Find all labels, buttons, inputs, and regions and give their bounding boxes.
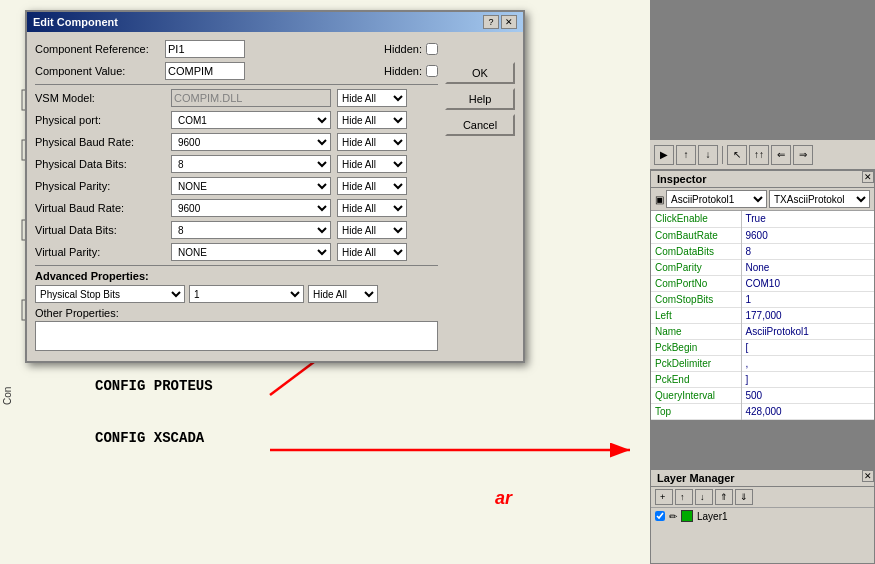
physical-parity-label: Physical Parity: [35, 180, 165, 192]
toolbar-divider [722, 146, 723, 164]
advanced-hideall[interactable]: Hide All [308, 285, 378, 303]
virtual-data-row: Virtual Data Bits: 8 Hide All [35, 221, 438, 239]
hidden-label-ref: Hidden: [384, 43, 422, 55]
physical-parity-hideall[interactable]: Hide All [337, 177, 407, 195]
physical-data-hideall[interactable]: Hide All [337, 155, 407, 173]
inspector-prop-name: ComDataBits [651, 243, 741, 259]
toolbar-down-btn[interactable]: ↓ [698, 145, 718, 165]
vsm-model-input [171, 89, 331, 107]
component-value-row: Component Value: Hidden: [35, 62, 438, 80]
physical-baud-select[interactable]: 9600 [171, 133, 331, 151]
component-reference-row: Component Reference: Hidden: [35, 40, 438, 58]
virtual-parity-select[interactable]: NONE [171, 243, 331, 261]
inspector-prop-name: QueryInterval [651, 387, 741, 403]
toolbar-nav2-btn[interactable]: ↑↑ [749, 145, 769, 165]
toolbar-nav4-btn[interactable]: ⇒ [793, 145, 813, 165]
hidden-checkbox-ref[interactable] [426, 43, 438, 55]
ok-button[interactable]: OK [445, 62, 515, 84]
layer-manager-panel: ✕ Layer Manager + ↑ ↓ ⇑ ⇓ ✏ Layer1 [650, 469, 875, 564]
vsm-hideall-select[interactable]: Hide All [337, 89, 407, 107]
layer-manager-close-btn[interactable]: ✕ [862, 470, 874, 482]
inspector-type-select[interactable]: TXAsciiProtokol [769, 190, 870, 208]
cancel-button[interactable]: Cancel [445, 114, 515, 136]
advanced-props-label: Advanced Properties: [35, 270, 438, 282]
virtual-baud-hideall[interactable]: Hide All [337, 199, 407, 217]
inspector-tab[interactable]: Inspector [651, 171, 874, 188]
physical-data-label: Physical Data Bits: [35, 158, 165, 170]
advanced-property-row: Physical Stop Bits 1 Hide All [35, 285, 438, 303]
physical-port-select[interactable]: COM1 [171, 111, 331, 129]
layer-manager-header: ✕ Layer Manager [651, 470, 874, 487]
layer-visible-checkbox[interactable] [655, 511, 665, 521]
virtual-baud-label: Virtual Baud Rate: [35, 202, 165, 214]
layer-up-btn[interactable]: ↑ [675, 489, 693, 505]
layer-bottom-btn[interactable]: ⇓ [735, 489, 753, 505]
physical-port-hideall[interactable]: Hide All [337, 111, 407, 129]
close-titlebar-btn[interactable]: ✕ [501, 15, 517, 29]
advanced-value-select[interactable]: 1 [189, 285, 304, 303]
inspector-tab-label: Inspector [657, 173, 707, 185]
virtual-parity-row: Virtual Parity: NONE Hide All [35, 243, 438, 261]
virtual-baud-select[interactable]: 9600 [171, 199, 331, 217]
physical-baud-label: Physical Baud Rate: [35, 136, 165, 148]
other-props-textarea[interactable] [35, 321, 438, 351]
inspector-prop-value: 1 [741, 291, 874, 307]
inspector-prop-name: PckDelimiter [651, 355, 741, 371]
layer-manager-tab[interactable]: Layer Manager [651, 470, 874, 487]
layer-toolbar: + ↑ ↓ ⇑ ⇓ [651, 487, 874, 508]
layer-manager-label: Layer Manager [657, 472, 735, 484]
vsm-model-label: VSM Model: [35, 92, 165, 104]
toolbar-nav1-btn[interactable]: ↖ [727, 145, 747, 165]
inspector-component-select[interactable]: AsciiProtokol1 [666, 190, 767, 208]
hidden-checkbox-val[interactable] [426, 65, 438, 77]
virtual-parity-hideall[interactable]: Hide All [337, 243, 407, 261]
component-reference-label: Component Reference: [35, 43, 165, 55]
right-toolbar: ▶ ↑ ↓ ↖ ↑↑ ⇐ ⇒ [650, 140, 875, 170]
layer-top-btn[interactable]: ⇑ [715, 489, 733, 505]
inspector-prop-name: ComParity [651, 259, 741, 275]
help-button[interactable]: Help [445, 88, 515, 110]
inspector-prop-value: [ [741, 339, 874, 355]
dialog-titlebar: Edit Component ? ✕ [27, 12, 523, 32]
inspector-prop-value: 177,000 [741, 307, 874, 323]
physical-baud-hideall[interactable]: Hide All [337, 133, 407, 151]
separator1 [35, 84, 438, 85]
physical-data-select[interactable]: 8 [171, 155, 331, 173]
physical-data-row: Physical Data Bits: 8 Hide All [35, 155, 438, 173]
inspector-close-btn[interactable]: ✕ [862, 171, 874, 183]
advanced-section: Advanced Properties: Physical Stop Bits … [35, 270, 438, 303]
component-reference-input[interactable] [165, 40, 245, 58]
inspector-panel: ✕ Inspector ▣ AsciiProtokol1 TXAsciiProt… [650, 170, 875, 421]
physical-parity-select[interactable]: NONE [171, 177, 331, 195]
component-value-input[interactable] [165, 62, 245, 80]
inspector-prop-name: Top [651, 403, 741, 419]
inspector-prop-value: True [741, 211, 874, 227]
dialog-title: Edit Component [33, 16, 118, 28]
ar-text: ar [495, 488, 512, 509]
layer-edit-icon: ✏ [669, 511, 677, 522]
inspector-prop-name: Left [651, 307, 741, 323]
inspector-prop-value: 428,000 [741, 403, 874, 419]
virtual-data-hideall[interactable]: Hide All [337, 221, 407, 239]
inspector-header: ✕ Inspector [651, 171, 874, 188]
toolbar-nav3-btn[interactable]: ⇐ [771, 145, 791, 165]
edit-component-dialog: Edit Component ? ✕ OK Help Cancel Compon… [25, 10, 525, 363]
separator2 [35, 265, 438, 266]
inspector-prop-value: 9600 [741, 227, 874, 243]
physical-port-label: Physical port: [35, 114, 165, 126]
advanced-prop-select[interactable]: Physical Stop Bits [35, 285, 185, 303]
layer-name: Layer1 [697, 511, 728, 522]
layer-down-btn[interactable]: ↓ [695, 489, 713, 505]
inspector-prop-value: None [741, 259, 874, 275]
config-xscada-text: CONFIG XSCADA [95, 430, 204, 446]
virtual-data-select[interactable]: 8 [171, 221, 331, 239]
config-proteus-text: CONFIG PROTEUS [95, 378, 213, 394]
inspector-prop-name: PckEnd [651, 371, 741, 387]
inspector-prop-value: COM10 [741, 275, 874, 291]
inspector-icon: ▣ [655, 194, 664, 205]
layer-add-btn[interactable]: + [655, 489, 673, 505]
layer-color-swatch [681, 510, 693, 522]
help-titlebar-btn[interactable]: ? [483, 15, 499, 29]
toolbar-play-btn[interactable]: ▶ [654, 145, 674, 165]
toolbar-up-btn[interactable]: ↑ [676, 145, 696, 165]
